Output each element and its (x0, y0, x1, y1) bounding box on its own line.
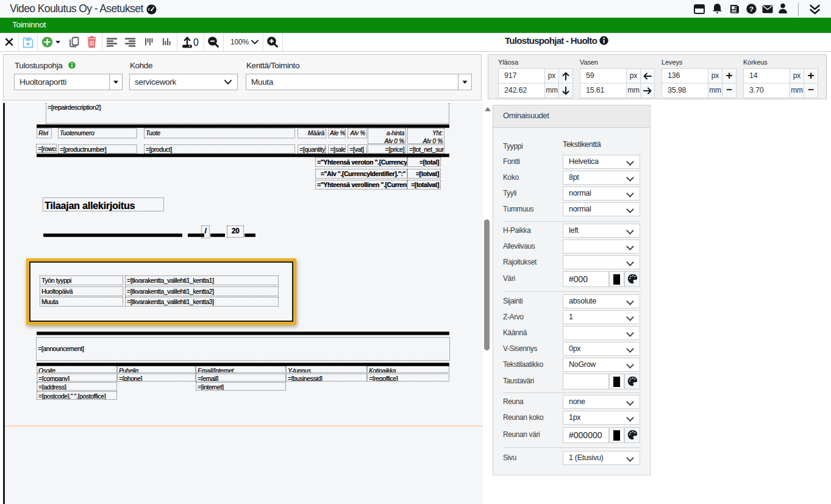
svg-text:?: ? (749, 5, 754, 13)
